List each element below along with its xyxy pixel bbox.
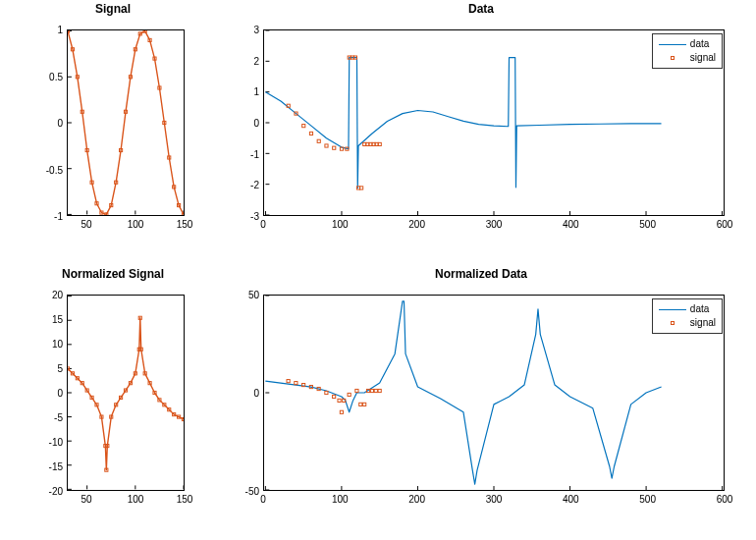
xtick-label: 50 — [81, 494, 91, 505]
ytick-label: 15 — [52, 314, 63, 325]
plot-norm-signal — [67, 295, 185, 491]
xtick-label: 600 — [717, 219, 733, 230]
svg-rect-134 — [374, 389, 377, 392]
svg-rect-51 — [317, 139, 320, 142]
ytick-label: 0 — [57, 118, 63, 129]
legend-item: signal — [659, 316, 716, 330]
xtick-label: 100 — [128, 219, 144, 230]
ytick-label: 3 — [253, 25, 259, 35]
legend-label: signal — [690, 51, 716, 65]
ytick-label: 0 — [57, 388, 63, 399]
plot-signal — [67, 29, 185, 216]
ytick-label: -2 — [250, 180, 259, 190]
title-signal: Signal — [29, 2, 196, 16]
axes-data: Data 0100200300400500600 -3-2-10123 data… — [226, 20, 736, 245]
xtick-label: 0 — [260, 219, 266, 230]
xtick-label: 150 — [177, 219, 193, 230]
svg-rect-126 — [340, 410, 343, 413]
svg-rect-50 — [309, 132, 312, 135]
legend-item: signal — [659, 51, 716, 65]
ytick-label: 0.5 — [49, 71, 63, 81]
legend-label: signal — [690, 316, 716, 330]
svg-rect-47 — [287, 104, 290, 107]
legend-line-swatch — [659, 304, 686, 314]
svg-rect-52 — [325, 144, 328, 147]
xtick-label: 400 — [563, 494, 579, 505]
legend-line-swatch — [659, 39, 686, 49]
ytick-label: 50 — [248, 290, 259, 300]
ytick-label: -1 — [54, 211, 63, 222]
legend-item: data — [659, 37, 716, 51]
xtick-label: 200 — [408, 494, 425, 505]
xtick-label: 150 — [177, 494, 193, 505]
ytick-label: 0 — [253, 118, 259, 129]
svg-rect-49 — [302, 125, 305, 128]
ytick-label: 1 — [253, 86, 259, 97]
xtick-label: 500 — [639, 494, 656, 505]
legend-marker-swatch — [659, 318, 686, 328]
axes-norm-data: Normalized Data 0100200300400500600 -500… — [226, 285, 736, 520]
legend-label: data — [690, 37, 709, 51]
svg-rect-125 — [338, 399, 341, 402]
legend-item: data — [659, 302, 716, 316]
xtick-label: 0 — [260, 494, 266, 505]
xtick-label: 100 — [128, 494, 144, 505]
svg-rect-54 — [340, 147, 343, 150]
svg-rect-128 — [348, 393, 351, 396]
xtick-label: 50 — [81, 219, 91, 230]
legend-marker-swatch — [659, 53, 686, 63]
ytick-label: -0.5 — [46, 164, 63, 175]
svg-rect-127 — [343, 399, 346, 402]
ytick-label: 5 — [57, 363, 63, 374]
svg-rect-130 — [359, 403, 362, 405]
legend-data: datasignal — [652, 33, 723, 69]
svg-rect-131 — [363, 403, 366, 405]
svg-rect-129 — [355, 389, 358, 392]
ytick-label: -3 — [250, 211, 259, 222]
svg-rect-120 — [302, 383, 305, 386]
xtick-label: 100 — [332, 494, 349, 505]
xtick-label: 400 — [563, 219, 579, 230]
svg-rect-119 — [295, 382, 297, 385]
axes-signal: Signal 50100150 -1-0.500.51 — [29, 20, 196, 245]
xtick-label: 200 — [408, 219, 425, 230]
ytick-label: -10 — [49, 437, 63, 448]
ytick-label: 20 — [52, 290, 63, 300]
ytick-label: -20 — [49, 486, 63, 497]
ytick-label: -1 — [250, 148, 259, 159]
title-data: Data — [226, 2, 736, 16]
ytick-label: 1 — [57, 25, 63, 35]
ytick-label: -5 — [54, 412, 63, 423]
ytick-label: -15 — [49, 461, 63, 472]
ytick-label: -50 — [245, 486, 259, 497]
xtick-label: 100 — [332, 219, 349, 230]
figure: Signal 50100150 -1-0.500.51 Data 0100200… — [0, 0, 756, 540]
svg-rect-135 — [378, 389, 381, 392]
svg-rect-124 — [333, 395, 336, 398]
svg-rect-118 — [287, 380, 290, 383]
title-norm-signal: Normalized Signal — [29, 267, 196, 281]
legend-label: data — [690, 302, 709, 316]
svg-rect-60 — [360, 187, 363, 189]
ytick-label: 10 — [52, 339, 63, 350]
ytick-label: 0 — [253, 388, 259, 399]
legend-norm-data: datasignal — [652, 298, 723, 334]
title-norm-data: Normalized Data — [226, 267, 736, 281]
svg-rect-133 — [370, 389, 373, 392]
xtick-label: 300 — [486, 219, 503, 230]
ytick-label: 2 — [253, 55, 259, 66]
svg-rect-123 — [325, 391, 328, 394]
xtick-label: 500 — [639, 219, 656, 230]
xtick-label: 300 — [486, 494, 503, 505]
axes-norm-signal: Normalized Signal 50100150 -20-15-10-505… — [29, 285, 196, 520]
xtick-label: 600 — [717, 494, 733, 505]
svg-rect-53 — [333, 146, 336, 149]
svg-rect-66 — [378, 142, 381, 145]
